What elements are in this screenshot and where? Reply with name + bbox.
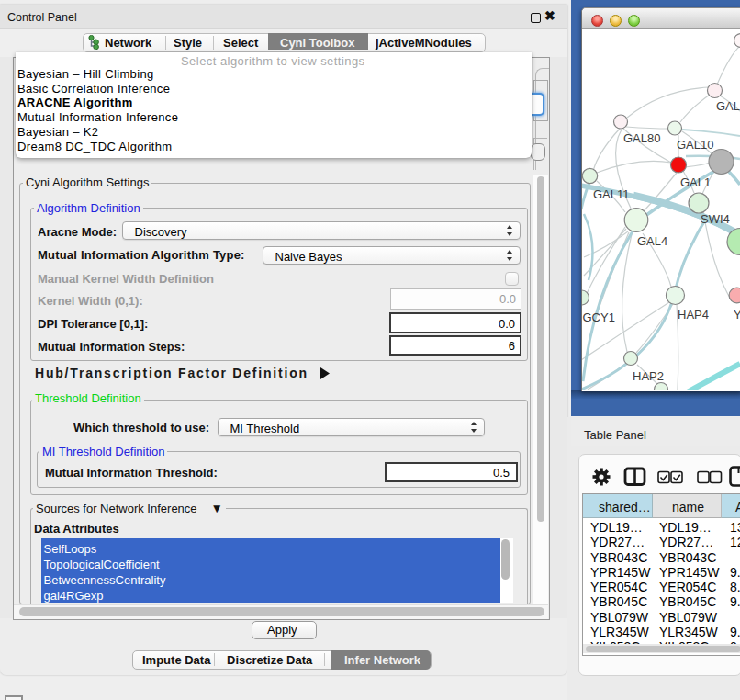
svg-text:HAP4: HAP4 (678, 308, 709, 322)
svg-text:GAL11: GAL11 (593, 187, 630, 201)
svg-text:GAL1: GAL1 (680, 175, 711, 189)
svg-text:YE: YE (734, 308, 740, 322)
svg-text:HAP2: HAP2 (633, 369, 664, 383)
svg-text:GCY1: GCY1 (583, 310, 615, 324)
svg-text:GAL7: GAL7 (716, 99, 740, 113)
svg-text:GAL4: GAL4 (637, 234, 667, 248)
svg-text:SWI4: SWI4 (701, 212, 730, 226)
svg-text:GAL80: GAL80 (623, 131, 660, 145)
svg-text:GAL10: GAL10 (677, 138, 713, 152)
